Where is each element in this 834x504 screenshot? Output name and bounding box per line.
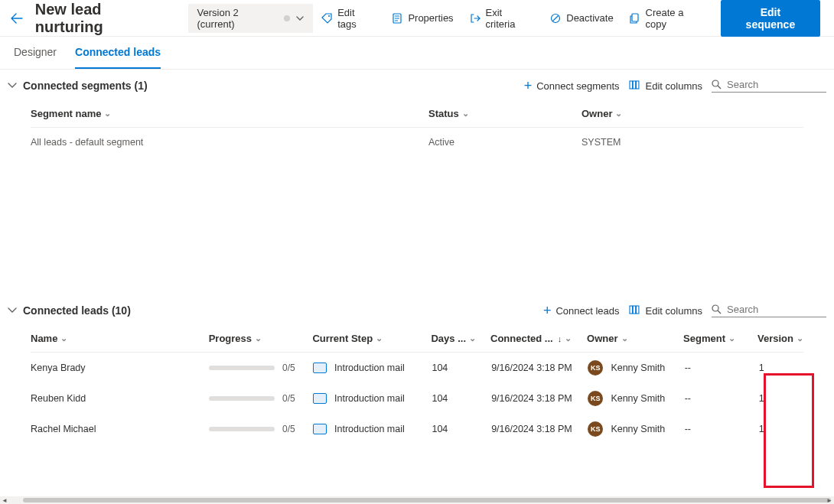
edit-sequence-button[interactable]: Edit sequence	[721, 0, 820, 37]
cell-connected: 9/16/2024 3:18 PM	[491, 393, 588, 404]
cell-step: Introduction mail	[313, 393, 432, 404]
deactivate-icon	[549, 12, 562, 24]
chevron-down-icon: ⌄	[104, 109, 111, 119]
table-row[interactable]: All leads - default segment Active SYSTE…	[31, 128, 803, 157]
avatar-icon: KS	[588, 391, 603, 406]
command-bar: New lead nurturing Version 2 (current) E…	[0, 0, 834, 37]
col-segment[interactable]: Segment⌄	[683, 333, 757, 344]
svg-rect-8	[630, 306, 633, 314]
col-owner[interactable]: Owner⌄	[582, 108, 735, 119]
chevron-down-icon: ⌄	[469, 333, 476, 343]
search-icon	[712, 80, 722, 90]
col-progress[interactable]: Progress⌄	[209, 333, 313, 344]
leads-search[interactable]	[712, 304, 826, 317]
col-days[interactable]: Days ...⌄	[431, 333, 490, 344]
exit-criteria-button[interactable]: Exit criteria	[461, 2, 542, 34]
tab-designer[interactable]: Designer	[14, 37, 57, 69]
tab-connected-leads[interactable]: Connected leads	[75, 37, 161, 69]
scroll-left-arrow-icon[interactable]: ◄	[0, 496, 9, 504]
leads-header: Connected leads (10) + Connect leads Edi…	[0, 294, 834, 325]
chevron-down-icon: ⌄	[60, 333, 67, 343]
svg-point-0	[328, 15, 330, 17]
connect-segments-button[interactable]: + Connect segments	[524, 79, 620, 93]
progress-bar	[209, 427, 275, 431]
segments-title: Connected segments (1)	[23, 80, 148, 92]
segments-table: Segment name⌄ Status⌄ Owner⌄ All leads -…	[0, 100, 834, 157]
cell-version: 1	[759, 424, 803, 434]
tab-bar: Designer Connected leads	[0, 37, 834, 70]
col-status[interactable]: Status⌄	[428, 108, 582, 119]
cell-owner: KSKenny Smith	[588, 391, 684, 406]
chevron-down-icon	[296, 16, 304, 21]
cell-days: 104	[432, 363, 491, 373]
version-dropdown[interactable]: Version 2 (current)	[188, 4, 314, 33]
mail-icon	[313, 363, 327, 373]
col-name[interactable]: Name⌄	[31, 333, 209, 344]
deactivate-button[interactable]: Deactivate	[542, 8, 621, 29]
connect-leads-button[interactable]: + Connect leads	[543, 304, 620, 317]
cell-owner: KSKenny Smith	[588, 360, 684, 376]
horizontal-scrollbar[interactable]: ◄ ►	[0, 496, 834, 504]
version-status-dot-icon	[284, 15, 290, 21]
segments-search-input[interactable]	[727, 79, 819, 90]
svg-rect-4	[630, 81, 633, 89]
segments-search[interactable]	[712, 79, 826, 93]
cell-segment: --	[685, 363, 759, 373]
cell-name: Kenya Brady	[31, 363, 209, 373]
cell-name: Rachel Michael	[31, 424, 209, 434]
cell-version: 1	[759, 393, 803, 404]
cell-segment: --	[685, 424, 759, 434]
edit-columns-button[interactable]: Edit columns	[629, 304, 702, 317]
cell-progress: 0/5	[209, 393, 313, 404]
edit-tags-button[interactable]: Edit tags	[313, 2, 383, 34]
arrow-left-icon	[11, 12, 23, 24]
search-icon	[712, 304, 722, 315]
cell-days: 104	[432, 424, 491, 434]
cell-name: Reuben Kidd	[31, 393, 209, 404]
svg-rect-9	[633, 306, 636, 314]
chevron-down-icon: ⌄	[621, 333, 628, 343]
leads-table: Name⌄ Progress⌄ Current Step⌄ Days ...⌄ …	[0, 325, 834, 444]
back-button[interactable]	[6, 8, 28, 29]
cell-connected: 9/16/2024 3:18 PM	[491, 363, 588, 373]
avatar-icon: KS	[588, 421, 603, 437]
leads-search-input[interactable]	[727, 304, 819, 315]
table-row[interactable]: Rachel Michael 0/5 Introduction mail 104…	[31, 414, 803, 444]
col-segment-name[interactable]: Segment name⌄	[31, 108, 428, 119]
cell-connected: 9/16/2024 3:18 PM	[491, 424, 588, 434]
segments-header: Connected segments (1) + Connect segment…	[0, 70, 834, 100]
col-owner[interactable]: Owner⌄	[587, 333, 683, 344]
cell-owner: KSKenny Smith	[588, 421, 684, 437]
chevron-down-icon: ⌄	[565, 333, 572, 343]
cell-progress: 0/5	[209, 363, 313, 373]
scrollbar-thumb[interactable]	[23, 498, 831, 502]
properties-button[interactable]: Properties	[383, 8, 461, 29]
table-row[interactable]: Kenya Brady 0/5 Introduction mail 104 9/…	[31, 353, 803, 383]
leads-title: Connected leads (10)	[23, 304, 131, 317]
table-row[interactable]: Reuben Kidd 0/5 Introduction mail 104 9/…	[31, 383, 803, 414]
create-copy-button[interactable]: Create a copy	[621, 2, 715, 34]
chevron-down-icon[interactable]	[8, 307, 20, 314]
progress-bar	[209, 396, 275, 401]
svg-point-7	[712, 80, 718, 86]
col-current-step[interactable]: Current Step⌄	[312, 333, 431, 344]
plus-icon: +	[543, 304, 552, 317]
cell-version: 1	[759, 363, 803, 373]
col-version[interactable]: Version⌄	[757, 333, 803, 344]
progress-bar	[209, 366, 275, 370]
avatar-icon: KS	[588, 360, 603, 376]
chevron-down-icon: ⌄	[462, 109, 469, 119]
edit-columns-button[interactable]: Edit columns	[629, 80, 702, 92]
scroll-right-arrow-icon[interactable]: ►	[825, 496, 834, 504]
document-icon	[391, 12, 403, 24]
col-connected[interactable]: Connected ...↓⌄	[490, 333, 587, 344]
chevron-down-icon[interactable]	[8, 83, 20, 89]
svg-rect-10	[636, 306, 639, 314]
chevron-down-icon: ⌄	[728, 333, 735, 343]
page-title: New lead nurturing	[35, 1, 173, 36]
tag-icon	[321, 12, 333, 24]
mail-icon	[313, 424, 327, 434]
svg-rect-6	[636, 81, 639, 89]
cell-step: Introduction mail	[313, 424, 432, 434]
sort-desc-icon: ↓	[558, 334, 562, 343]
